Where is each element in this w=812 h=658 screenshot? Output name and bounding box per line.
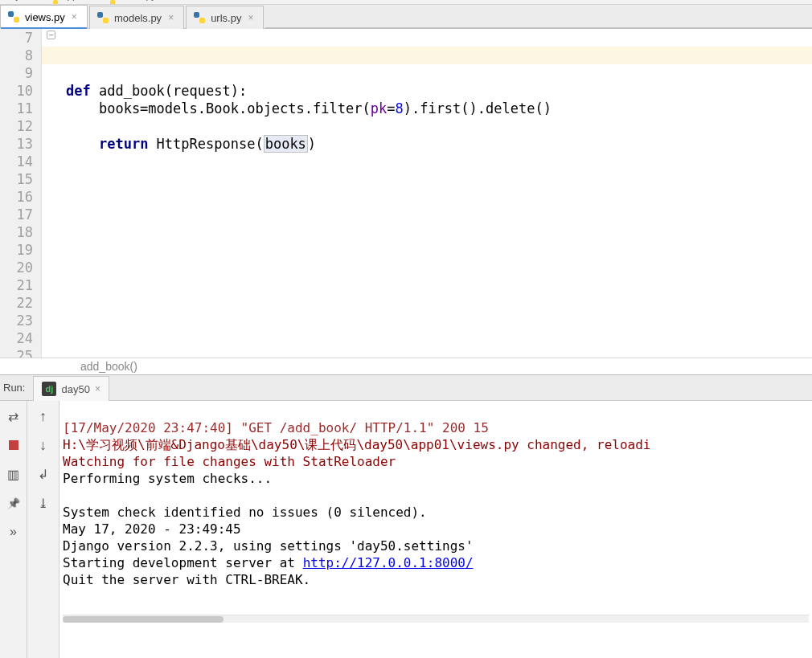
python-file-icon: [193, 11, 206, 24]
tab-views[interactable]: views.py ×: [0, 5, 88, 29]
horizontal-scrollbar[interactable]: [63, 615, 809, 623]
editor-tabbar: views.py × models.py × urls.py ×: [0, 5, 812, 29]
console-line: Django version 2.2.3, using settings 'da…: [63, 538, 474, 554]
close-icon[interactable]: ×: [95, 383, 100, 394]
tab-label: urls.py: [211, 12, 241, 24]
fold-toggle-icon[interactable]: −: [47, 31, 55, 39]
layout-button[interactable]: [5, 465, 23, 483]
svg-rect-7: [103, 18, 109, 23]
fold-column: −: [42, 29, 66, 358]
scroll-to-end-button[interactable]: [35, 494, 52, 512]
more-button[interactable]: [5, 523, 23, 541]
console-line: H:\学习视频\前端&Django基础\day50\课上代码\day50\app…: [63, 437, 650, 452]
svg-rect-3: [110, 0, 115, 5]
close-icon[interactable]: ×: [246, 12, 255, 23]
scroll-up-button[interactable]: [35, 407, 52, 425]
tab-urls[interactable]: urls.py ×: [186, 6, 264, 29]
scroll-down-button[interactable]: [35, 436, 52, 454]
structure-label: add_book(): [80, 360, 137, 373]
svg-rect-4: [8, 11, 14, 17]
console-line: Performing system checks...: [63, 471, 272, 486]
run-label: Run:: [0, 382, 33, 394]
console-line: Watching for file changes with StatReloa…: [63, 454, 396, 469]
code-content[interactable]: def add_book(request): books=models.Book…: [66, 29, 812, 358]
run-tab-day50[interactable]: dj day50 ×: [33, 376, 109, 401]
tab-label: views.py: [25, 11, 65, 23]
soft-wrap-button[interactable]: [35, 465, 52, 483]
svg-rect-5: [14, 17, 19, 22]
svg-rect-1: [53, 0, 58, 5]
console-line: May 17, 2020 - 23:49:45: [63, 521, 241, 537]
svg-rect-8: [194, 12, 199, 18]
tab-label: models.py: [114, 12, 162, 24]
rerun-button[interactable]: [5, 407, 23, 425]
console-output[interactable]: [17/May/2020 23:47:40] "GET /add_book/ H…: [59, 401, 812, 658]
stop-button[interactable]: [5, 436, 23, 454]
python-file-icon: [7, 10, 20, 23]
editor-structure-breadcrumb[interactable]: add_book(): [0, 358, 812, 374]
console-line: [17/May/2020 23:47:40] "GET /add_book/ H…: [63, 420, 489, 435]
run-tab-label: day50: [61, 383, 89, 395]
console-line: System check identified no issues (0 sil…: [63, 505, 427, 520]
console-line: Quit the server with CTRL-BREAK.: [63, 572, 310, 587]
svg-rect-9: [199, 18, 205, 23]
close-icon[interactable]: ×: [166, 12, 175, 23]
django-icon: dj: [42, 382, 56, 396]
console-line: Starting development server at http://12…: [63, 555, 474, 570]
pin-button[interactable]: [5, 494, 23, 512]
run-console-toolbar: [27, 401, 59, 658]
python-file-icon: [96, 11, 109, 24]
server-url-link[interactable]: http://127.0.0.1:8000/: [303, 555, 474, 570]
run-tool-window: Run: dj day50 × [17/May/2020 23:47:40] "…: [0, 374, 812, 658]
code-editor[interactable]: 7891011121314151617181920212223242526 − …: [0, 29, 812, 358]
line-number-gutter: 7891011121314151617181920212223242526: [0, 29, 42, 358]
close-icon[interactable]: ×: [70, 11, 79, 22]
run-left-toolbar: [0, 401, 27, 658]
tab-models[interactable]: models.py ×: [89, 6, 184, 29]
highlighted-line: [42, 47, 812, 64]
run-tabbar: Run: dj day50 ×: [0, 375, 812, 401]
svg-rect-6: [97, 12, 103, 18]
